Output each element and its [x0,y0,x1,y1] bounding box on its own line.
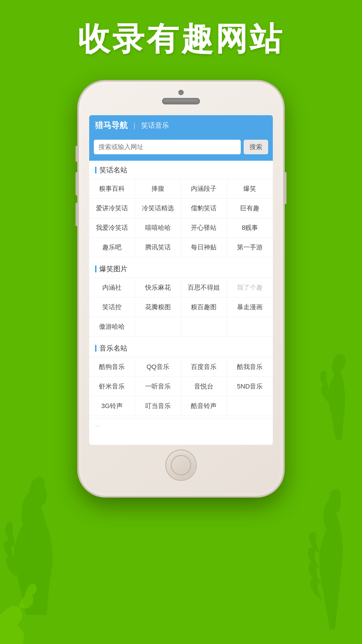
list-item[interactable]: 冷笑话精选 [135,199,181,218]
music-grid: 酷狗音乐 QQ音乐 百度音乐 酷我音乐 虾米音乐 一听音乐 音悦台 5ND音乐 … [89,357,273,416]
list-item[interactable]: 我爱冷笑话 [89,218,135,238]
images-grid: 内涵社 快乐麻花 百思不得姐 我了个趣 笑话控 花瓣糗图 糗百趣图 暴走漫画 傲… [89,278,273,337]
list-item[interactable]: 糗百趣图 [181,298,227,317]
list-item[interactable]: 一听音乐 [135,377,181,396]
section-music: 音乐名站 酷狗音乐 QQ音乐 百度音乐 酷我音乐 虾米音乐 一听音乐 音悦台 5… [89,339,273,418]
list-item[interactable]: 内涵段子 [181,179,227,199]
list-item[interactable]: 嘻嘻哈哈 [135,218,181,238]
list-item[interactable]: 开心驿站 [181,218,227,238]
list-item[interactable]: 捧腹 [135,179,181,199]
search-bar: 搜索 [89,136,273,158]
more-content-hint: ... [89,418,273,430]
phone-camera [178,90,184,95]
section-jokes-title: 笑话名站 [89,165,273,179]
list-item[interactable]: 叮当音乐 [135,396,181,416]
horse-silhouette-bottom [0,556,102,644]
list-item[interactable]: 内涵社 [89,278,135,298]
section-jokes: 笑话名站 糗事百科 捧腹 内涵段子 爆笑 爱讲冷笑话 冷笑话精选 儒豹笑话 巨有… [89,161,273,260]
list-item[interactable]: 傲游哈哈 [89,317,135,337]
jokes-grid: 糗事百科 捧腹 内涵段子 爆笑 爱讲冷笑话 冷笑话精选 儒豹笑话 巨有趣 我爱冷… [89,179,273,257]
section-images: 爆笑图片 内涵社 快乐麻花 百思不得姐 我了个趣 笑话控 花瓣糗图 糗百趣图 暴… [89,260,273,339]
list-item[interactable]: 酷我音乐 [227,357,273,377]
list-item[interactable]: 8贱事 [227,218,273,238]
list-item[interactable]: 我了个趣 [227,278,273,298]
page-title: 收录有趣网站 [0,18,362,61]
blue-separator [89,158,273,161]
phone-mockup: 猎马导航 | 笑话音乐 搜索 笑话名站 糗事百科 捧腹 内涵段子 [79,82,283,496]
list-item[interactable]: 爆笑 [227,179,273,199]
list-item[interactable]: 巨有趣 [227,199,273,218]
section-music-title: 音乐名站 [89,344,273,357]
phone-screen: 猎马导航 | 笑话音乐 搜索 笑话名站 糗事百科 捧腹 内涵段子 [89,115,273,445]
list-item [227,317,273,337]
list-item[interactable]: 花瓣糗图 [135,298,181,317]
list-item[interactable]: 酷狗音乐 [89,357,135,377]
list-item [135,317,181,337]
search-input[interactable] [94,140,241,154]
content-area: 笑话名站 糗事百科 捧腹 内涵段子 爆笑 爱讲冷笑话 冷笑话精选 儒豹笑话 巨有… [89,161,273,430]
search-button[interactable]: 搜索 [244,140,268,154]
list-item[interactable]: 爱讲冷笑话 [89,199,135,218]
list-item[interactable]: 百思不得姐 [181,278,227,298]
list-item[interactable]: 每日神贴 [181,238,227,257]
list-item[interactable]: 第一手游 [227,238,273,257]
list-item[interactable]: 暴走漫画 [227,298,273,317]
phone-button-vol-up [75,172,79,195]
horse-decoration-right-bottom [286,489,362,629]
list-item[interactable]: 笑话控 [89,298,135,317]
list-item[interactable]: 虾米音乐 [89,377,135,396]
list-item[interactable]: 音悦台 [181,377,227,396]
phone-button-power [283,172,287,204]
list-item[interactable]: 趣乐吧 [89,238,135,257]
list-item[interactable]: 酷音铃声 [181,396,227,416]
phone-speaker [162,98,200,104]
phone-button-vol-down [75,203,79,226]
list-item[interactable]: 5ND音乐 [227,377,273,396]
header-divider: | [133,121,135,130]
list-item[interactable]: 快乐麻花 [135,278,181,298]
phone-button-silent [75,146,79,162]
list-item[interactable]: 3G铃声 [89,396,135,416]
app-category: 笑话音乐 [141,121,169,130]
list-item[interactable]: 腾讯笑话 [135,238,181,257]
app-brand: 猎马导航 [95,120,128,131]
list-item [227,396,273,416]
section-images-title: 爆笑图片 [89,264,273,278]
list-item[interactable]: 儒豹笑话 [181,199,227,218]
app-header: 猎马导航 | 笑话音乐 [89,115,273,136]
list-item[interactable]: 百度音乐 [181,357,227,377]
horse-decoration-right-top [301,352,359,440]
list-item [181,317,227,337]
list-item[interactable]: 糗事百科 [89,179,135,199]
list-item[interactable]: QQ音乐 [135,357,181,377]
phone-home-button[interactable] [166,451,196,480]
